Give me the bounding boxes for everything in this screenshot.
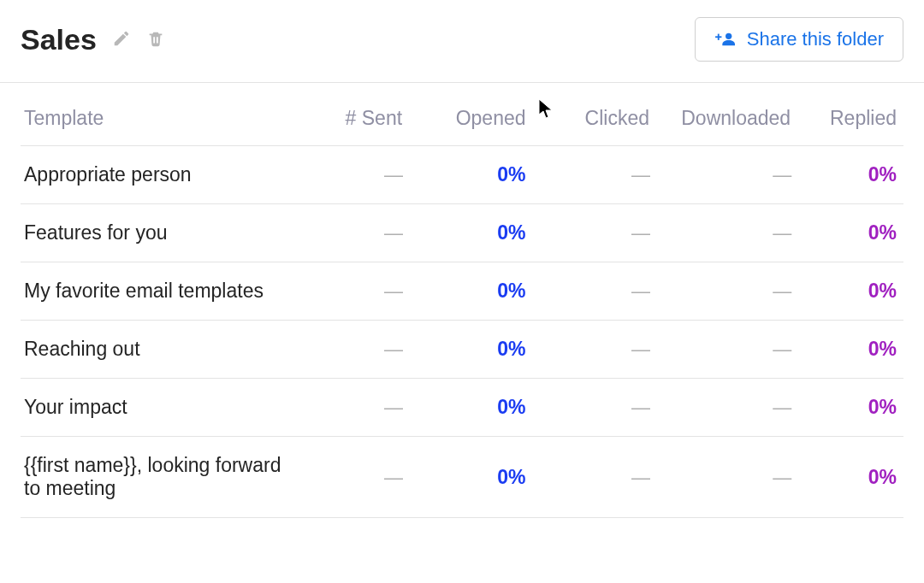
table-row[interactable]: {{first name}}, looking forward to meeti…	[21, 437, 903, 518]
dash-value: —	[384, 222, 402, 244]
cell-sent: —	[303, 437, 409, 518]
cell-template: Reaching out	[21, 321, 303, 379]
cell-replied: 0%	[797, 262, 903, 321]
dash-value: —	[384, 397, 402, 418]
dash-value: —	[631, 222, 649, 244]
dash-value: —	[773, 164, 791, 186]
cell-template: Appropriate person	[21, 146, 303, 204]
col-header-clicked[interactable]: Clicked	[533, 83, 656, 146]
cell-template: Features for you	[21, 204, 303, 262]
dash-value: —	[631, 280, 649, 302]
col-header-opened[interactable]: Opened	[409, 83, 532, 146]
cell-opened: 0%	[409, 379, 532, 437]
cell-opened: 0%	[409, 437, 532, 518]
cell-replied: 0%	[797, 379, 903, 437]
replied-value: 0%	[868, 280, 897, 302]
edit-button[interactable]	[112, 29, 131, 50]
dash-value: —	[384, 164, 402, 186]
opened-value: 0%	[497, 221, 525, 244]
cell-opened: 0%	[409, 146, 532, 204]
table-row[interactable]: Appropriate person — 0% — — 0%	[21, 146, 903, 204]
dash-value: —	[773, 280, 791, 302]
cell-clicked: —	[533, 379, 656, 437]
cell-opened: 0%	[409, 204, 532, 262]
cell-downloaded: —	[656, 204, 797, 262]
col-header-template[interactable]: Template	[21, 83, 303, 146]
dash-value: —	[384, 280, 402, 302]
cell-opened: 0%	[409, 262, 532, 321]
dash-value: —	[773, 222, 791, 244]
cell-sent: —	[303, 262, 409, 321]
cell-downloaded: —	[656, 379, 797, 437]
cell-replied: 0%	[797, 146, 903, 204]
page-header: Sales Share this folder	[0, 0, 924, 83]
dash-value: —	[773, 339, 791, 360]
opened-value: 0%	[497, 280, 525, 302]
opened-value: 0%	[497, 163, 525, 186]
share-button-label: Share this folder	[747, 28, 884, 50]
opened-value: 0%	[497, 466, 525, 488]
cell-replied: 0%	[797, 321, 903, 379]
dash-value: —	[384, 339, 402, 360]
cell-sent: —	[303, 146, 409, 204]
delete-button[interactable]	[146, 29, 165, 50]
templates-table: Template # Sent Opened Clicked Downloade…	[21, 83, 903, 518]
cell-clicked: —	[533, 321, 656, 379]
dash-value: —	[631, 397, 649, 418]
trash-icon	[146, 29, 165, 50]
person-add-icon	[714, 30, 737, 49]
cell-replied: 0%	[797, 437, 903, 518]
replied-value: 0%	[868, 163, 897, 186]
cell-replied: 0%	[797, 204, 903, 262]
cell-sent: —	[303, 321, 409, 379]
cell-downloaded: —	[656, 437, 797, 518]
col-header-downloaded[interactable]: Downloaded	[656, 83, 797, 146]
table-header-row: Template # Sent Opened Clicked Downloade…	[21, 83, 903, 146]
cell-template: {{first name}}, looking forward to meeti…	[21, 437, 303, 518]
dash-value: —	[773, 467, 791, 488]
cell-clicked: —	[533, 204, 656, 262]
cell-sent: —	[303, 379, 409, 437]
svg-point-0	[726, 33, 732, 39]
cell-downloaded: —	[656, 146, 797, 204]
dash-value: —	[384, 467, 402, 488]
templates-table-wrap: Template # Sent Opened Clicked Downloade…	[0, 83, 924, 518]
replied-value: 0%	[868, 396, 897, 418]
cell-template: Your impact	[21, 379, 303, 437]
replied-value: 0%	[868, 338, 897, 360]
cell-sent: —	[303, 204, 409, 262]
table-row[interactable]: My favorite email templates — 0% — — 0%	[21, 262, 903, 321]
pencil-icon	[112, 29, 131, 50]
table-row[interactable]: Features for you — 0% — — 0%	[21, 204, 903, 262]
dash-value: —	[631, 164, 649, 186]
col-header-replied[interactable]: Replied	[797, 83, 903, 146]
replied-value: 0%	[868, 221, 897, 244]
share-folder-button[interactable]: Share this folder	[695, 17, 903, 62]
cell-clicked: —	[533, 437, 656, 518]
table-row[interactable]: Reaching out — 0% — — 0%	[21, 321, 903, 379]
cell-opened: 0%	[409, 321, 532, 379]
cell-downloaded: —	[656, 321, 797, 379]
page-title: Sales	[21, 23, 97, 56]
cell-downloaded: —	[656, 262, 797, 321]
dash-value: —	[631, 467, 649, 488]
cell-template: My favorite email templates	[21, 262, 303, 321]
cell-clicked: —	[533, 146, 656, 204]
opened-value: 0%	[497, 338, 525, 360]
table-row[interactable]: Your impact — 0% — — 0%	[21, 379, 903, 437]
replied-value: 0%	[868, 466, 897, 488]
dash-value: —	[631, 339, 649, 360]
dash-value: —	[773, 397, 791, 418]
opened-value: 0%	[497, 396, 525, 418]
svg-rect-2	[715, 36, 721, 38]
cell-clicked: —	[533, 262, 656, 321]
title-area: Sales	[21, 23, 165, 56]
col-header-sent[interactable]: # Sent	[303, 83, 409, 146]
